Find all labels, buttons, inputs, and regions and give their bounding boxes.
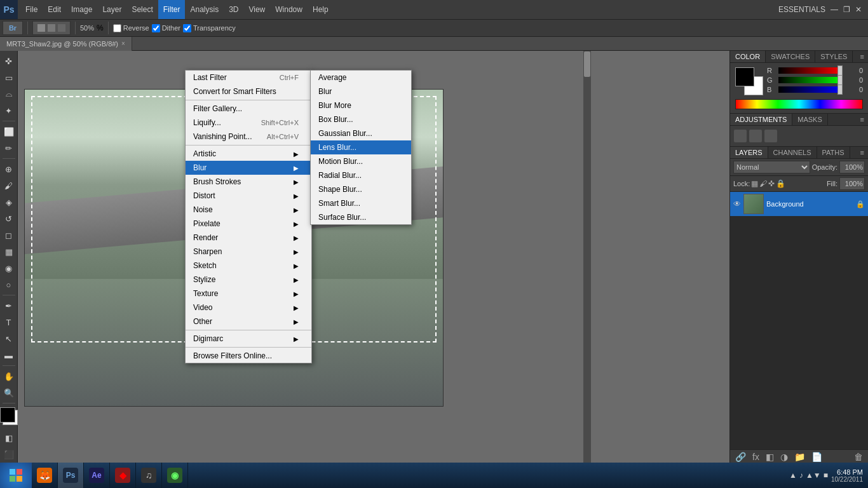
start-button[interactable] bbox=[0, 463, 32, 488]
tab-channels[interactable]: CHANNELS bbox=[768, 147, 817, 158]
blur-box[interactable]: Box Blur... bbox=[311, 112, 411, 126]
lock-image-icon[interactable]: 🖌 bbox=[759, 179, 767, 188]
new-fill-adj-btn[interactable]: ◑ bbox=[778, 452, 790, 462]
blur-tool[interactable]: ◉ bbox=[1, 261, 17, 276]
filter-convert-smart[interactable]: Convert for Smart Filters bbox=[186, 85, 311, 98]
transparency-check[interactable]: Transparency bbox=[183, 24, 236, 32]
tray-icon-2[interactable]: ♪ bbox=[799, 471, 803, 480]
document-tab[interactable]: MRT3_Shaw2.jpg @ 50% (RGB/8#) × bbox=[0, 37, 132, 51]
canvas-scrollbar-thumb[interactable] bbox=[584, 51, 590, 77]
eraser-tool[interactable]: ◻ bbox=[1, 227, 17, 243]
hand-tool[interactable]: ✋ bbox=[1, 369, 17, 384]
tab-swatches[interactable]: SWATCHES bbox=[766, 51, 815, 62]
history-brush-tool[interactable]: ↺ bbox=[1, 211, 17, 226]
menu-image[interactable]: Image bbox=[66, 0, 97, 19]
lock-position-icon[interactable]: ✜ bbox=[768, 179, 775, 188]
tab-layers[interactable]: LAYERS bbox=[730, 147, 768, 158]
close-btn[interactable]: ✕ bbox=[855, 5, 862, 14]
blur-more[interactable]: Blur More bbox=[311, 98, 411, 112]
taskbar-app4[interactable]: ◆ bbox=[110, 463, 136, 488]
tab-close-icon[interactable]: × bbox=[121, 37, 125, 51]
mode-selector[interactable] bbox=[32, 21, 71, 35]
channel-b-bar[interactable] bbox=[778, 86, 843, 93]
taskbar-aftereffects[interactable]: Ae bbox=[84, 463, 110, 488]
tab-color[interactable]: COLOR bbox=[730, 51, 766, 62]
filter-vanishing-point[interactable]: Vanishing Point... Alt+Ctrl+V bbox=[186, 130, 311, 144]
tab-paths[interactable]: PATHS bbox=[817, 147, 850, 158]
menu-filter[interactable]: Filter bbox=[158, 0, 186, 19]
taskbar-app6[interactable]: ◉ bbox=[162, 463, 188, 488]
channel-b-handle[interactable] bbox=[837, 85, 843, 95]
menu-file[interactable]: File bbox=[20, 0, 43, 19]
shape-tool[interactable]: ▬ bbox=[1, 348, 17, 363]
filter-browse-online[interactable]: Browse Filters Online... bbox=[186, 349, 311, 363]
eyedropper-tool[interactable]: ✏ bbox=[1, 140, 17, 156]
add-style-btn[interactable]: fx bbox=[750, 452, 761, 462]
foreground-color-swatch[interactable] bbox=[0, 407, 15, 423]
tray-icon-1[interactable]: ▲ bbox=[789, 471, 797, 480]
menu-layer[interactable]: Layer bbox=[97, 0, 126, 19]
bridge-button[interactable]: Br bbox=[3, 21, 23, 35]
path-selection-tool[interactable]: ↖ bbox=[1, 331, 17, 346]
quick-mask-btn[interactable]: ◧ bbox=[1, 430, 17, 445]
canvas-scrollbar-v[interactable] bbox=[583, 51, 591, 464]
fg-swatch-large[interactable] bbox=[735, 67, 754, 86]
gradient-tool[interactable]: ▦ bbox=[1, 244, 17, 259]
filter-other[interactable]: Other ▶ bbox=[186, 315, 311, 329]
menu-analysis[interactable]: Analysis bbox=[185, 0, 224, 19]
text-tool[interactable]: T bbox=[1, 315, 17, 330]
layer-visibility-icon[interactable]: 👁 bbox=[733, 200, 741, 208]
filter-liquify[interactable]: Liquify... Shift+Ctrl+X bbox=[186, 116, 311, 130]
adj-panel-menu[interactable]: ≡ bbox=[857, 114, 868, 125]
adj-brightness[interactable] bbox=[734, 130, 747, 142]
channel-r-handle[interactable] bbox=[837, 65, 843, 76]
tab-adjustments[interactable]: ADJUSTMENTS bbox=[730, 114, 792, 125]
taskbar-photoshop[interactable]: Ps bbox=[58, 463, 84, 488]
layer-row-background[interactable]: 👁 Background 🔒 bbox=[730, 192, 868, 216]
filter-last-filter[interactable]: Last Filter Ctrl+F bbox=[186, 71, 311, 85]
lock-all-icon[interactable]: 🔒 bbox=[776, 179, 785, 188]
filter-blur[interactable]: Blur ▶ bbox=[186, 161, 311, 175]
new-layer-btn[interactable]: 📄 bbox=[810, 452, 824, 462]
fg-bg-large-swatch[interactable] bbox=[735, 67, 763, 95]
screen-mode-btn[interactable]: ⬛ bbox=[1, 447, 17, 462]
blur-lens[interactable]: Lens Blur... bbox=[311, 140, 411, 154]
delete-layer-btn[interactable]: 🗑 bbox=[852, 452, 865, 462]
filter-stylize[interactable]: Stylize ▶ bbox=[186, 273, 311, 287]
minimize-btn[interactable]: — bbox=[831, 5, 838, 14]
menu-window[interactable]: Window bbox=[270, 0, 308, 19]
menu-3d[interactable]: 3D bbox=[224, 0, 243, 19]
blur-radial[interactable]: Radial Blur... bbox=[311, 168, 411, 182]
blur-motion[interactable]: Motion Blur... bbox=[311, 154, 411, 168]
filter-pixelate[interactable]: Pixelate ▶ bbox=[186, 217, 311, 231]
blur-smart[interactable]: Smart Blur... bbox=[311, 196, 411, 210]
crop-tool[interactable]: ⬜ bbox=[1, 124, 17, 139]
menu-select[interactable]: Select bbox=[126, 0, 158, 19]
transparency-checkbox[interactable] bbox=[183, 24, 191, 32]
essentials-label[interactable]: ESSENTIALS bbox=[778, 5, 825, 14]
dither-check[interactable]: Dither bbox=[152, 24, 180, 32]
adj-curves[interactable] bbox=[749, 130, 762, 142]
color-spectrum-bar[interactable] bbox=[735, 99, 863, 109]
tab-styles[interactable]: STYLES bbox=[815, 51, 853, 62]
taskbar-firefox[interactable]: 🦊 bbox=[32, 463, 58, 488]
color-panel-menu[interactable]: ≡ bbox=[857, 51, 868, 62]
fill-input[interactable] bbox=[839, 177, 865, 190]
filter-sharpen[interactable]: Sharpen ▶ bbox=[186, 245, 311, 259]
filter-texture[interactable]: Texture ▶ bbox=[186, 287, 311, 301]
blend-mode-dropdown[interactable]: Normal Multiply Screen bbox=[733, 161, 810, 173]
channel-r-bar[interactable] bbox=[778, 67, 843, 74]
filter-distort[interactable]: Distort ▶ bbox=[186, 189, 311, 203]
reverse-checkbox[interactable] bbox=[113, 24, 121, 32]
new-group-btn[interactable]: 📁 bbox=[792, 452, 807, 462]
reverse-check[interactable]: Reverse bbox=[113, 24, 149, 32]
filter-noise[interactable]: Noise ▶ bbox=[186, 203, 311, 217]
blur-shape[interactable]: Shape Blur... bbox=[311, 182, 411, 196]
filter-render[interactable]: Render ▶ bbox=[186, 231, 311, 245]
filter-brush-strokes[interactable]: Brush Strokes ▶ bbox=[186, 175, 311, 189]
taskbar-itunes[interactable]: ♫ bbox=[136, 463, 162, 488]
clone-stamp-tool[interactable]: ◈ bbox=[1, 194, 17, 210]
move-tool[interactable]: ✜ bbox=[1, 53, 17, 69]
filter-sketch[interactable]: Sketch ▶ bbox=[186, 259, 311, 273]
filter-artistic[interactable]: Artistic ▶ bbox=[186, 147, 311, 161]
